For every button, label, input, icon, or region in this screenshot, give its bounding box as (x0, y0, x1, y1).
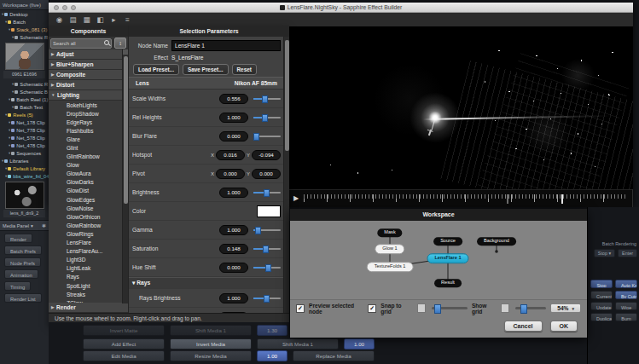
category-caret-icon[interactable]: ▶ (51, 72, 55, 77)
host-button-render-list[interactable]: Render List (4, 293, 42, 303)
graph-node-mask[interactable]: Mask (377, 228, 402, 237)
node-name-input[interactable] (171, 40, 281, 51)
parameters-scrollbar[interactable] (283, 37, 289, 313)
component-item[interactable]: LensFlareAu... (49, 247, 128, 256)
load-preset-button[interactable]: Load Preset... (133, 64, 179, 75)
slider-handle[interactable] (264, 295, 270, 303)
tree-caret-icon[interactable]: ▾ (9, 120, 10, 124)
section-rays[interactable]: ▾ Rays (129, 277, 284, 289)
tree-caret-icon[interactable]: ▾ (9, 151, 10, 155)
node-graph[interactable]: MaskGlow 1TextureFolds 1SourceLensFlare … (290, 221, 587, 300)
param-slider[interactable] (253, 192, 281, 194)
host-button-burn[interactable]: Burn (615, 313, 637, 321)
menu-icon[interactable]: ≡ (123, 15, 132, 25)
export-icon[interactable]: ▸ (109, 15, 119, 25)
param-slider[interactable] (253, 248, 281, 250)
tree-item[interactable]: ▾bbs_wire_fnl_04 (0, 172, 49, 180)
render-enter-button[interactable]: Enter (618, 249, 637, 257)
component-item[interactable]: GlowDarks (49, 178, 128, 187)
host-button-animation[interactable]: Animation (4, 269, 38, 279)
tree-item[interactable]: ▾Schematic R (0, 33, 49, 41)
gear-icon[interactable]: ✱ (42, 222, 46, 228)
window-titlebar[interactable]: LensFlare.NightSky - Sapphire Effect Bui… (49, 3, 633, 13)
category-blur+sharpen[interactable]: ▶Blur+Sharpen (49, 60, 128, 70)
tree-caret-icon[interactable]: ▾ (9, 27, 10, 32)
zoom-slider[interactable] (515, 307, 546, 309)
tree-caret-icon[interactable]: ▾ (9, 97, 10, 101)
clip-thumbnail[interactable] (5, 182, 44, 209)
component-item[interactable]: BokehLights (49, 101, 128, 109)
param-slider[interactable] (253, 136, 281, 137)
tree-item[interactable]: ▾Batch Text (0, 103, 49, 111)
tree-item[interactable]: ▾Net_578 Clip (0, 134, 49, 142)
component-item[interactable]: GlowNoise (49, 204, 128, 212)
media-panel-caret-icon[interactable]: ▾ (31, 223, 33, 228)
component-item[interactable]: Flashbulbs (49, 126, 128, 135)
host-button-replace-media[interactable]: Replace Media (293, 350, 375, 361)
tree-caret-icon[interactable]: ▾ (9, 143, 10, 147)
value-field[interactable]: 0.00 (219, 312, 248, 314)
slider-handle[interactable] (263, 246, 269, 253)
tree-caret-icon[interactable]: ▾ (5, 174, 7, 178)
component-item[interactable]: SpotLight (49, 281, 128, 290)
sort-icon[interactable]: ↕ (114, 38, 126, 49)
component-item[interactable]: LensFlare (49, 239, 128, 247)
param-slider[interactable] (253, 117, 281, 118)
timeline-ruler[interactable] (304, 194, 625, 204)
slider-handle[interactable] (262, 114, 268, 122)
grid-slider-box[interactable] (417, 303, 426, 313)
numeric-field[interactable]: 1.00 (344, 338, 375, 350)
value-field[interactable]: 0.000 (219, 131, 248, 142)
slider-handle[interactable] (264, 189, 270, 197)
color-swatch[interactable] (257, 205, 281, 217)
host-button-duplicate[interactable]: Duplicate (590, 313, 613, 321)
tree-caret-icon[interactable]: ▾ (5, 166, 7, 170)
host-button-by-cutout[interactable]: By Cutout (615, 291, 637, 299)
param-slider[interactable] (253, 98, 281, 100)
tree-caret-icon[interactable]: ▾ (9, 136, 10, 140)
tree-item[interactable]: ▾Sequences (0, 149, 49, 157)
host-button-stop[interactable]: Stop (590, 280, 613, 288)
host-button-wipe[interactable]: Wipe (615, 302, 637, 310)
tree-caret-icon[interactable]: ▾ (5, 113, 7, 117)
host-button-current-[interactable]: Current ▾ (590, 291, 613, 299)
value-field[interactable]: 0.016 (216, 150, 245, 160)
value-field[interactable]: 0.556 (219, 94, 248, 104)
graph-node-glow-1[interactable]: Glow 1 (375, 244, 404, 254)
tree-item[interactable]: ▾Batch Reel (1) (0, 95, 49, 103)
host-button-node-prefs[interactable]: Node Prefs (4, 257, 41, 267)
param-slider[interactable] (253, 298, 281, 299)
value-field[interactable]: 1.000 (219, 225, 248, 235)
slider-handle[interactable] (262, 95, 268, 103)
preview-selected-node-checkbox[interactable]: ✓ (296, 304, 305, 313)
value-field[interactable]: 0.000 (252, 169, 281, 179)
tree-item[interactable]: ▾Net_478 Clip (0, 142, 49, 149)
tree-caret-icon[interactable]: ▾ (12, 35, 14, 39)
component-item[interactable]: Light3D (49, 256, 128, 264)
host-button-shift-media-1[interactable]: Shift Media 1 (170, 325, 252, 336)
component-item[interactable]: Glint (49, 143, 128, 152)
search-input[interactable] (50, 38, 112, 49)
component-item[interactable]: DropShadow (49, 109, 128, 118)
tree-item[interactable]: ▾Net_178 Clip (0, 118, 49, 126)
timeline[interactable]: ▶ (288, 189, 632, 207)
value-field[interactable]: 0.148 (219, 244, 248, 254)
play-icon[interactable]: ▶ (293, 195, 299, 202)
host-button-invert-media[interactable]: Invert Media (170, 338, 252, 350)
target-icon[interactable]: ◉ (55, 15, 64, 25)
tree-caret-icon[interactable]: ▾ (12, 90, 14, 94)
tree-item[interactable]: ▾Stack_081 (3) (0, 26, 49, 33)
category-adjust[interactable]: ▶Adjust (49, 49, 128, 60)
tree-caret-icon[interactable]: ▾ (12, 82, 14, 86)
graph-node-lensflare-1[interactable]: LensFlare 1 (427, 253, 468, 263)
category-composite[interactable]: ▶Composite (49, 70, 128, 80)
ok-button[interactable]: OK (550, 321, 578, 332)
host-button-edit-media[interactable]: Edit Media (83, 350, 165, 361)
host-button-batch-prefs[interactable]: Batch Prefs (4, 246, 42, 255)
tree-caret-icon[interactable]: ▾ (2, 12, 3, 16)
component-item[interactable]: Rays (49, 273, 128, 281)
tree-item[interactable]: ▾Desktop (0, 10, 49, 18)
slider-handle[interactable] (265, 264, 271, 272)
host-button-update[interactable]: Update (590, 302, 613, 310)
category-caret-icon[interactable]: ▶ (51, 52, 55, 56)
